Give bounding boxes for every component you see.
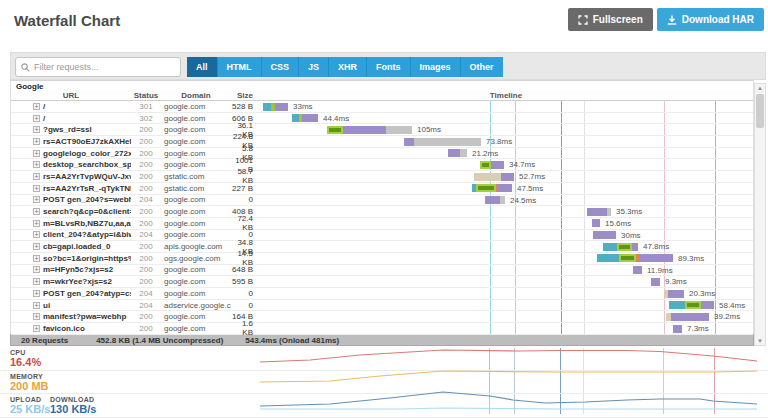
table-row[interactable]: +m=wkrYee?xjs=s2200google.com595 B9.3ms	[11, 276, 753, 288]
waterfall-bar[interactable]: 44.4ms	[292, 114, 349, 122]
expand-icon[interactable]: +	[33, 115, 40, 122]
expand-icon[interactable]: +	[33, 173, 40, 180]
request-url-cell: +cb=gapi.loaded_0	[11, 242, 131, 251]
expand-icon[interactable]: +	[33, 266, 40, 273]
table-row[interactable]: +POST gen_204?atyp=csi&ei=3Kq...204googl…	[11, 288, 753, 300]
column-header-status[interactable]: Status	[131, 91, 161, 100]
expand-icon[interactable]: +	[33, 278, 40, 285]
expand-icon[interactable]: +	[33, 208, 40, 215]
request-domain: google.com	[161, 230, 231, 239]
filter-search-box[interactable]	[15, 57, 181, 77]
expand-icon[interactable]: +	[33, 325, 40, 332]
download-har-button[interactable]: Download HAR	[657, 8, 764, 31]
table-row[interactable]: +m=HFyn5c?xjs=s2200google.com648 B11.9ms	[11, 265, 753, 277]
expand-icon[interactable]: +	[33, 220, 40, 227]
table-row[interactable]: +favicon.ico200google.com1.6 KB7.3ms	[11, 323, 753, 335]
expand-icon[interactable]: +	[33, 138, 40, 145]
table-row[interactable]: +/302google.com606 B44.4ms	[11, 113, 753, 125]
filter-requests-input[interactable]	[34, 62, 175, 72]
expand-icon[interactable]: +	[33, 302, 40, 309]
tab-all[interactable]: All	[187, 57, 218, 77]
table-row[interactable]: +client_204?&atyp=i&biw=1366&b...204goog…	[11, 230, 753, 242]
request-status: 200	[131, 207, 161, 216]
expand-icon[interactable]: +	[33, 103, 40, 110]
tab-html[interactable]: HTML	[218, 57, 262, 77]
waterfall-bar[interactable]: 47.8ms	[603, 243, 669, 251]
waterfall-bar[interactable]: 52.7ms	[474, 173, 545, 181]
column-header-url[interactable]: URL	[11, 91, 131, 100]
table-row[interactable]: +so?bc=1&origin=https%3A%2F%...200ogs.go…	[11, 253, 753, 265]
tab-css[interactable]: CSS	[262, 57, 300, 77]
scrollbar-thumb[interactable]	[756, 94, 764, 128]
waterfall-bar[interactable]: 58.4ms	[669, 301, 745, 309]
request-status: 200	[131, 324, 161, 333]
column-header-size[interactable]: Size	[231, 91, 259, 100]
waterfall-bar[interactable]: 21.2ms	[448, 149, 498, 157]
waterfall-bar[interactable]: 34.7ms	[480, 161, 535, 169]
column-header-timeline[interactable]: Timeline	[259, 91, 753, 100]
table-row[interactable]: +/301google.com528 B33ms	[11, 101, 753, 113]
waterfall-bar[interactable]: 11.9ms	[633, 266, 673, 274]
bar-duration-label: 11.9ms	[647, 266, 673, 275]
table-row[interactable]: +rs=AA2YrTvpWQuV-JxvxIGrPhw...200gstatic…	[11, 171, 753, 183]
request-domain: google.com	[161, 160, 231, 169]
table-row[interactable]: +desktop_searchbox_sprites318_...200goog…	[11, 159, 753, 171]
expand-icon[interactable]: +	[33, 150, 40, 157]
expand-icon[interactable]: +	[33, 161, 40, 168]
waterfall-bar[interactable]: 15.6ms	[592, 219, 631, 227]
filter-tabs: AllHTMLCSSJSXHRFontsImagesOther	[187, 57, 503, 77]
waterfall-bar[interactable]: 24.5ms	[485, 196, 536, 204]
table-row[interactable]: +rs=AA2YrTsR_-qTykTNMKqqcGL...200gstatic…	[11, 183, 753, 195]
scroll-down-icon[interactable]: ▼	[755, 337, 765, 345]
waterfall-bar[interactable]: 73.8ms	[404, 138, 512, 146]
table-row[interactable]: +search?q&cp=0&client=gws-wiz...200googl…	[11, 206, 753, 218]
waterfall-bar[interactable]: 20.3ms	[664, 290, 715, 298]
column-header-domain[interactable]: Domain	[161, 91, 231, 100]
tab-fonts[interactable]: Fonts	[367, 57, 411, 77]
request-url: client_204?&atyp=i&biw=1366&b...	[43, 230, 131, 239]
table-row[interactable]: +ui204adservice.google.com058.4ms	[11, 300, 753, 312]
domain-group-header[interactable]: Google	[11, 81, 753, 91]
tab-images[interactable]: Images	[411, 57, 461, 77]
table-row[interactable]: +googlelogo_color_272x92dp.png200google.…	[11, 148, 753, 160]
request-domain: google.com	[161, 207, 231, 216]
table-row[interactable]: +cb=gapi.loaded_0200apis.google.com34.8 …	[11, 241, 753, 253]
expand-icon[interactable]: +	[33, 313, 40, 320]
expand-icon[interactable]: +	[33, 185, 40, 192]
table-row[interactable]: +rs=ACT90oEJ7zkAXHehU7pVvU_...200google.…	[11, 136, 753, 148]
scroll-up-icon[interactable]: ▲	[755, 84, 765, 92]
table-row[interactable]: +manifest?pwa=webhp200google.com164 B39.…	[11, 311, 753, 323]
request-size: 0	[231, 301, 259, 310]
waterfall-bar[interactable]: 35.3ms	[587, 208, 642, 216]
expand-icon[interactable]: +	[33, 196, 40, 203]
request-url-cell: +m=BLvsRb,NBZ7u,aa,abd,async,...	[11, 219, 131, 228]
expand-icon[interactable]: +	[33, 243, 40, 250]
tab-js[interactable]: JS	[299, 57, 329, 77]
fullscreen-button[interactable]: Fullscreen	[568, 8, 653, 31]
segment-wai	[498, 184, 512, 192]
vertical-scrollbar[interactable]: ▲ ▼	[754, 83, 766, 346]
waterfall-bar[interactable]: 7.3ms	[673, 325, 709, 333]
tab-other[interactable]: Other	[461, 57, 503, 77]
waterfall-bar[interactable]: 47.5ms	[472, 184, 543, 192]
waterfall-bar[interactable]: 39.2ms	[666, 313, 740, 321]
waterfall-bar[interactable]: 89.3ms	[597, 254, 704, 262]
expand-icon[interactable]: +	[33, 255, 40, 262]
requests-table: Google URL Status Domain Size Timeline +…	[10, 80, 754, 335]
request-status: 302	[131, 114, 161, 123]
request-timeline: 35.3ms	[259, 206, 753, 217]
expand-icon[interactable]: +	[33, 126, 40, 133]
table-row[interactable]: +POST gen_204?s=webhp&t=aft&...204google…	[11, 195, 753, 207]
waterfall-bar[interactable]: 33ms	[263, 103, 313, 111]
expand-icon[interactable]: +	[33, 231, 40, 238]
segment-rcv	[386, 126, 412, 134]
waterfall-bar[interactable]: 9.3ms	[651, 278, 687, 286]
waterfall-bar[interactable]: 105ms	[327, 126, 441, 134]
request-url: ui	[43, 301, 50, 310]
segment-wai	[491, 161, 504, 169]
waterfall-bar[interactable]: 30ms	[593, 231, 641, 239]
table-row[interactable]: +?gws_rd=ssl200google.com36.1 KB105ms	[11, 124, 753, 136]
table-row[interactable]: +m=BLvsRb,NBZ7u,aa,abd,async,...200googl…	[11, 218, 753, 230]
tab-xhr[interactable]: XHR	[329, 57, 367, 77]
expand-icon[interactable]: +	[33, 290, 40, 297]
